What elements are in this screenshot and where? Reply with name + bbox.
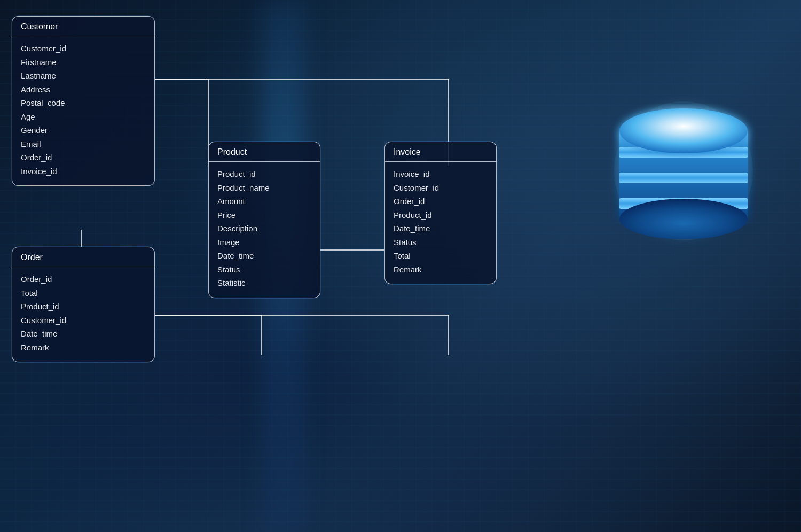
field-status-i: Status (394, 236, 488, 249)
product-table-header: Product (209, 142, 320, 162)
product-table-body: Product_id Product_name Amount Price Des… (209, 162, 320, 298)
field-postal-code: Postal_code (21, 96, 146, 110)
product-table: Product Product_id Product_name Amount P… (208, 142, 320, 298)
invoice-table: Invoice Invoice_id Customer_id Order_id … (384, 142, 497, 284)
field-order-id-i: Order_id (394, 194, 488, 208)
field-statistic-p: Statistic (217, 276, 311, 290)
field-firstname: Firstname (21, 56, 146, 69)
order-table-body: Order_id Total Product_id Customer_id Da… (12, 267, 154, 362)
erd-diagram: Customer Customer_id Firstname Lastname … (0, 0, 801, 532)
field-order-id-o: Order_id (21, 272, 146, 286)
svg-point-15 (619, 199, 748, 239)
svg-rect-13 (619, 173, 748, 183)
customer-table: Customer Customer_id Firstname Lastname … (12, 16, 155, 186)
field-product-id-o: Product_id (21, 300, 146, 314)
field-remark-i: Remark (394, 263, 488, 277)
field-price-p: Price (217, 208, 311, 222)
database-icon (609, 96, 758, 246)
order-table: Order Order_id Total Product_id Customer… (12, 247, 155, 362)
field-gender: Gender (21, 123, 146, 137)
field-customer-id-i: Customer_id (394, 181, 488, 195)
field-image-p: Image (217, 236, 311, 249)
invoice-table-header: Invoice (385, 142, 496, 162)
field-customer-id: Customer_id (21, 42, 146, 56)
field-total-o: Total (21, 286, 146, 300)
invoice-table-body: Invoice_id Customer_id Order_id Product_… (385, 162, 496, 284)
field-datetime-p: Date_time (217, 249, 311, 263)
customer-table-body: Customer_id Firstname Lastname Address P… (12, 36, 154, 185)
field-amount-p: Amount (217, 194, 311, 208)
field-product-id-p: Product_id (217, 167, 311, 181)
field-datetime-i: Date_time (394, 222, 488, 236)
field-product-id-i: Product_id (394, 208, 488, 222)
order-table-header: Order (12, 247, 154, 267)
field-total-i: Total (394, 249, 488, 263)
svg-point-16 (619, 108, 748, 153)
field-invoice-id-i: Invoice_id (394, 167, 488, 181)
field-product-name-p: Product_name (217, 181, 311, 195)
field-status-p: Status (217, 263, 311, 277)
field-address: Address (21, 83, 146, 97)
field-order-id: Order_id (21, 151, 146, 165)
customer-table-header: Customer (12, 17, 154, 36)
field-email: Email (21, 137, 146, 151)
field-customer-id-o: Customer_id (21, 314, 146, 327)
field-age: Age (21, 110, 146, 124)
field-datetime-o: Date_time (21, 327, 146, 341)
field-description-p: Description (217, 222, 311, 236)
field-lastname: Lastname (21, 69, 146, 83)
field-remark-o: Remark (21, 341, 146, 355)
field-invoice-id: Invoice_id (21, 165, 146, 178)
